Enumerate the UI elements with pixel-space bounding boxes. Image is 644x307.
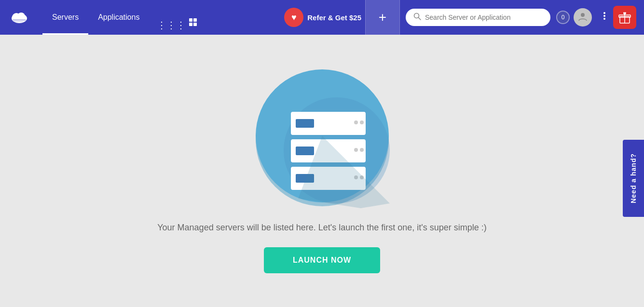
grid-menu-button[interactable]: ⋮⋮⋮ (153, 14, 203, 35)
svg-rect-27 (296, 147, 314, 155)
help-sidebar[interactable]: Need a hand? (623, 140, 644, 217)
logo[interactable] (8, 6, 31, 29)
gift-button[interactable] (613, 6, 636, 29)
svg-rect-8 (189, 23, 192, 26)
refer-label: Refer & Get $25 (307, 13, 361, 22)
search-bar (406, 9, 550, 26)
svg-point-13 (603, 12, 605, 14)
nav-applications[interactable]: Applications (88, 0, 149, 35)
main-content: Your Managed servers will be listed here… (0, 35, 644, 273)
empty-state-message: Your Managed servers will be listed here… (157, 223, 487, 233)
search-input[interactable] (425, 13, 531, 21)
server-illustration (250, 64, 395, 208)
nav-links: Servers Applications ⋮⋮⋮ (42, 0, 203, 35)
more-menu-button[interactable] (600, 11, 609, 24)
launch-now-button[interactable]: LAUNCH NOW (264, 247, 380, 273)
add-button[interactable]: + (365, 0, 400, 35)
notification-badge[interactable]: 0 (556, 11, 570, 24)
svg-point-12 (581, 13, 585, 17)
search-icon (413, 13, 421, 22)
svg-point-14 (603, 15, 605, 17)
svg-rect-23 (296, 119, 314, 128)
help-sidebar-label: Need a hand? (630, 153, 637, 203)
svg-point-24 (354, 120, 358, 124)
heart-icon: ♥ (284, 8, 303, 27)
svg-rect-5 (13, 21, 23, 22)
svg-rect-6 (189, 18, 192, 22)
gift-icon (618, 11, 631, 24)
server-svg (250, 64, 395, 208)
refer-button[interactable]: ♥ Refer & Get $25 (284, 8, 361, 27)
svg-point-15 (603, 18, 605, 20)
svg-point-28 (354, 148, 358, 152)
svg-point-25 (360, 120, 364, 124)
svg-line-11 (419, 18, 421, 20)
navbar: Servers Applications ⋮⋮⋮ ♥ Refer & Get $… (0, 0, 644, 35)
nav-servers[interactable]: Servers (42, 0, 88, 35)
svg-point-3 (17, 13, 25, 20)
avatar-button[interactable] (574, 8, 592, 27)
svg-rect-9 (193, 23, 197, 26)
logo-icon (8, 6, 31, 29)
svg-rect-7 (193, 18, 197, 22)
user-icon (577, 11, 588, 24)
svg-point-29 (360, 148, 364, 152)
grid-icon (189, 18, 199, 28)
svg-rect-4 (13, 19, 26, 21)
